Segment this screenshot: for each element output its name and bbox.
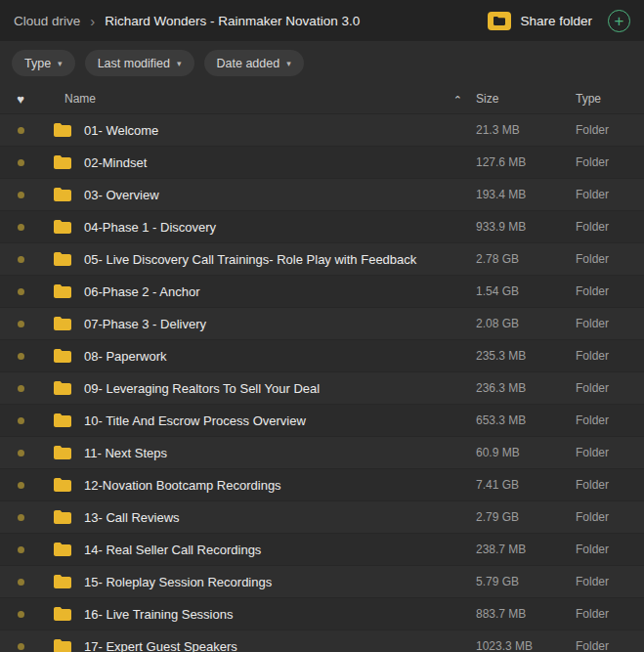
table-header: ♥ Name ⌃ Size Type	[0, 84, 644, 114]
favorite-dot-icon	[18, 546, 24, 553]
table-row[interactable]: 09- Leveraging Realtors To Sell Your Dea…	[0, 372, 644, 405]
file-name: 01- Welcome	[84, 123, 476, 138]
favorite-dot-icon	[18, 353, 24, 360]
favorite-toggle[interactable]	[0, 353, 41, 360]
folder-icon	[53, 380, 72, 396]
filter-date-added-label: Date added	[217, 57, 280, 70]
favorite-toggle[interactable]	[0, 385, 41, 392]
file-name: 13- Call Reviews	[84, 510, 476, 525]
file-type: Folder	[576, 543, 644, 556]
file-name: 12-Novation Bootcamp Recordings	[84, 478, 476, 493]
favorite-dot-icon	[18, 256, 24, 263]
folder-icon-cell	[41, 251, 84, 267]
file-type: Folder	[576, 220, 644, 234]
column-header-name-label: Name	[64, 92, 96, 106]
favorite-toggle[interactable]	[0, 288, 41, 295]
file-size: 193.4 MB	[476, 188, 576, 201]
table-row[interactable]: 16- Live Training Sessions 883.7 MB Fold…	[0, 598, 644, 630]
table-row[interactable]: 11- Next Steps 60.9 MB Folder	[0, 437, 644, 469]
favorite-toggle[interactable]	[0, 159, 41, 166]
folder-icon	[53, 348, 72, 364]
file-size: 127.6 MB	[476, 155, 576, 169]
file-size: 2.79 GB	[476, 510, 576, 524]
file-size: 235.3 MB	[476, 349, 576, 363]
table-row[interactable]: 05- Live Discovery Call Trainings- Role …	[0, 243, 644, 276]
favorite-dot-icon	[18, 450, 24, 456]
favorite-dot-icon	[18, 321, 24, 327]
folder-icon-cell	[41, 283, 84, 299]
table-row[interactable]: 14- Real Seller Call Recordings 238.7 MB…	[0, 534, 644, 566]
favorite-toggle[interactable]	[0, 482, 41, 489]
file-size: 933.9 MB	[476, 220, 576, 234]
table-row[interactable]: 08- Paperwork 235.3 MB Folder	[0, 340, 644, 372]
filter-bar: Type ▾ Last modified ▾ Date added ▾	[0, 41, 644, 84]
file-type: Folder	[576, 284, 644, 298]
favorite-dot-icon	[18, 288, 24, 295]
file-type: Folder	[576, 381, 644, 395]
file-name: 14- Real Seller Call Recordings	[84, 543, 476, 557]
file-type: Folder	[576, 510, 644, 524]
share-folder-label: Share folder	[520, 14, 592, 28]
folder-icon	[53, 251, 72, 267]
heart-icon: ♥	[17, 93, 24, 106]
column-header-type[interactable]: Type	[576, 92, 644, 106]
plus-icon: +	[615, 13, 624, 29]
filter-type-dropdown[interactable]: Type ▾	[12, 50, 75, 76]
file-size: 2.78 GB	[476, 252, 576, 266]
favorite-toggle[interactable]	[0, 127, 41, 134]
table-row[interactable]: 04-Phase 1 - Discovery 933.9 MB Folder	[0, 211, 644, 243]
favorite-dot-icon	[18, 159, 24, 166]
favorite-column-header[interactable]: ♥	[0, 93, 41, 106]
file-type: Folder	[576, 639, 644, 652]
table-row[interactable]: 10- Title And Escrow Process Overview 65…	[0, 405, 644, 437]
favorite-toggle[interactable]	[0, 417, 41, 424]
file-size: 238.7 MB	[476, 543, 576, 556]
share-folder-button[interactable]: Share folder	[488, 12, 592, 30]
favorite-toggle[interactable]	[0, 450, 41, 456]
file-size: 60.9 MB	[476, 446, 576, 459]
favorite-toggle[interactable]	[0, 546, 41, 553]
folder-icon-cell	[41, 122, 84, 138]
folder-icon	[53, 283, 72, 299]
column-header-name[interactable]: Name ⌃	[41, 92, 476, 106]
add-button[interactable]: +	[608, 10, 630, 32]
folder-icon	[53, 122, 72, 138]
favorite-toggle[interactable]	[0, 579, 41, 586]
favorite-toggle[interactable]	[0, 321, 41, 327]
breadcrumb-current-folder: Richard Wonders - Rainmaker Novation 3.0	[105, 14, 360, 28]
column-header-size[interactable]: Size	[476, 92, 576, 106]
favorite-toggle[interactable]	[0, 514, 41, 521]
file-name: 06-Phase 2 - Anchor	[84, 284, 476, 299]
favorite-toggle[interactable]	[0, 256, 41, 263]
file-size: 21.3 MB	[476, 123, 576, 137]
table-row[interactable]: 03- Overview 193.4 MB Folder	[0, 179, 644, 211]
table-row[interactable]: 02-Mindset 127.6 MB Folder	[0, 147, 644, 179]
favorite-toggle[interactable]	[0, 643, 41, 650]
table-row[interactable]: 13- Call Reviews 2.79 GB Folder	[0, 501, 644, 534]
filter-date-added-dropdown[interactable]: Date added ▾	[204, 50, 304, 76]
favorite-toggle[interactable]	[0, 224, 41, 231]
filter-last-modified-dropdown[interactable]: Last modified ▾	[85, 50, 194, 76]
file-type: Folder	[576, 317, 644, 330]
table-row[interactable]: 15- Roleplay Session Recordings 5.79 GB …	[0, 566, 644, 598]
table-row[interactable]: 07-Phase 3 - Delivery 2.08 GB Folder	[0, 308, 644, 340]
favorite-dot-icon	[18, 192, 24, 198]
file-type: Folder	[576, 478, 644, 492]
table-row[interactable]: 01- Welcome 21.3 MB Folder	[0, 114, 644, 147]
table-row[interactable]: 06-Phase 2 - Anchor 1.54 GB Folder	[0, 276, 644, 308]
favorite-dot-icon	[18, 385, 24, 392]
topbar-actions: Share folder +	[488, 10, 630, 32]
favorite-toggle[interactable]	[0, 611, 41, 618]
favorite-dot-icon	[18, 643, 24, 650]
favorite-toggle[interactable]	[0, 192, 41, 198]
file-size: 653.3 MB	[476, 413, 576, 427]
file-type: Folder	[576, 413, 644, 427]
favorite-dot-icon	[18, 224, 24, 231]
file-name: 04-Phase 1 - Discovery	[84, 220, 476, 235]
breadcrumb-root-link[interactable]: Cloud drive	[14, 14, 80, 28]
table-row[interactable]: 12-Novation Bootcamp Recordings 7.41 GB …	[0, 469, 644, 501]
file-name: 17- Expert Guest Speakers	[84, 639, 476, 652]
folder-icon-cell	[41, 154, 84, 170]
file-type: Folder	[576, 123, 644, 137]
table-row[interactable]: 17- Expert Guest Speakers 1023.3 MB Fold…	[0, 630, 644, 652]
